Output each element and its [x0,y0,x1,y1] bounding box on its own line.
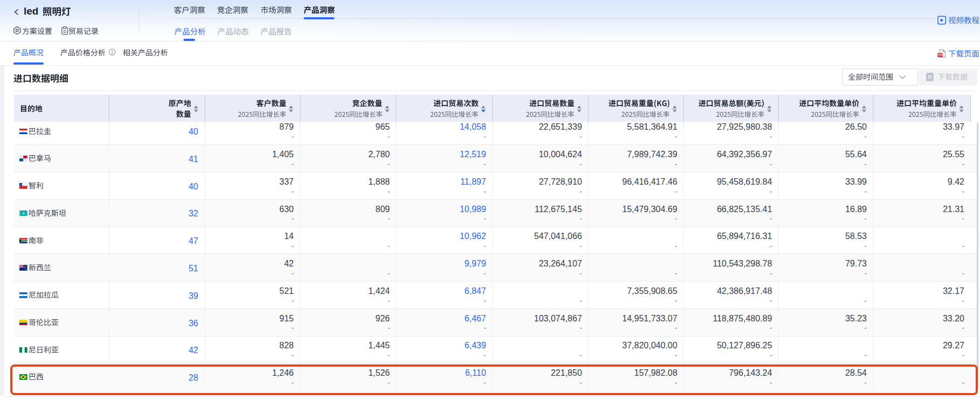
svg-text:PDF: PDF [938,54,943,57]
